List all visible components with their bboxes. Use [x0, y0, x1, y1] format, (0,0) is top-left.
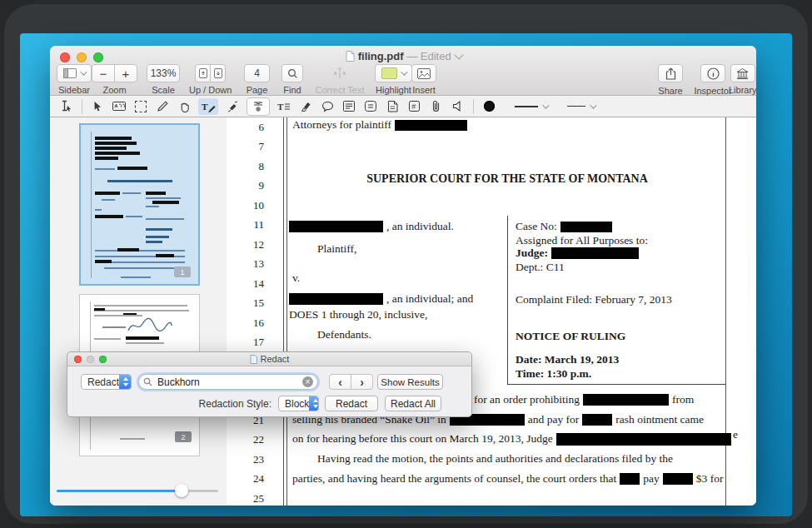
edit-text-tool[interactable]: T — [276, 98, 291, 115]
correct-text-group: Correct Text — [315, 64, 365, 95]
insert-group: Insert — [411, 64, 436, 95]
filename: filing.pdf — [358, 50, 404, 62]
highlight-button[interactable] — [375, 64, 412, 82]
doc-ruling-time: Time: 1:30 p.m. — [516, 367, 591, 381]
updown-label: Up / Down — [189, 85, 232, 95]
window-chrome: filing.pdf — Edited Sidebar − + Zoom — [50, 46, 756, 96]
color-well[interactable] — [481, 98, 496, 115]
doc-line-20: for an order prohibitingfrom — [474, 393, 694, 406]
pen-tool[interactable] — [155, 98, 170, 115]
doc-dept: Dept.: C11 — [516, 261, 565, 274]
line-number: 17 — [239, 336, 264, 349]
svg-text:T: T — [277, 102, 284, 112]
zoom-in-button[interactable]: + — [114, 64, 137, 82]
black-color-swatch — [484, 101, 495, 112]
share-group: Share — [658, 64, 683, 96]
search-icon — [287, 68, 298, 79]
redaction-bar — [289, 221, 383, 232]
scale-value-button[interactable]: 133% — [147, 64, 180, 82]
caption-box-bottom — [507, 384, 725, 385]
line-number: 6 — [239, 121, 264, 134]
stepper-icon — [309, 396, 318, 411]
find-button[interactable] — [281, 64, 303, 82]
search-input[interactable] — [156, 376, 302, 389]
redaction-style-dropdown[interactable]: Block — [278, 396, 319, 411]
page-up-button[interactable] — [195, 64, 211, 82]
stamp-tool[interactable] — [385, 98, 400, 115]
text-select-tool[interactable] — [58, 98, 73, 115]
thumbnail-zoom-slider[interactable] — [57, 484, 218, 497]
slider-fill — [57, 490, 182, 492]
redact-button[interactable]: Redact — [325, 396, 378, 411]
numbering-tool[interactable]: # — [406, 98, 421, 115]
title-chevron-icon[interactable] — [455, 50, 464, 59]
doc-party1: , an individual. — [289, 220, 454, 233]
page-thumbnail-1[interactable]: 1 — [79, 123, 200, 286]
redaction-bar — [620, 473, 640, 485]
redact-all-button[interactable]: Redact All — [385, 396, 441, 411]
page-number-field[interactable]: 4 — [244, 64, 270, 82]
strikeout-marker-tool[interactable] — [225, 98, 240, 115]
marquee-select-tool[interactable] — [133, 98, 148, 115]
redaction-mode-tool[interactable] — [247, 97, 270, 116]
hand-tool[interactable] — [177, 98, 192, 115]
previous-result-button[interactable]: ‹ — [329, 374, 351, 390]
line-number: 16 — [239, 316, 264, 330]
line-width-dropdown[interactable] — [567, 98, 595, 115]
line-sample — [515, 106, 538, 107]
share-button[interactable] — [658, 64, 683, 82]
redact-search-field[interactable]: × — [138, 374, 318, 390]
insert-button[interactable] — [411, 64, 436, 82]
redaction-style-value: Block — [279, 398, 309, 410]
attachment-tool[interactable] — [428, 98, 443, 115]
text-box-tool[interactable] — [363, 98, 378, 115]
library-icon-button[interactable] — [730, 64, 755, 82]
pointer-tool[interactable] — [90, 98, 105, 115]
scale-group: 133% Scale — [147, 64, 180, 95]
highlighter-tool[interactable] — [298, 98, 313, 115]
doc-line-22: on for hearing before this court on Marc… — [292, 432, 731, 446]
redact-mode-dropdown[interactable]: Redact — [81, 374, 132, 390]
find-nav-buttons: ‹ › — [329, 374, 373, 390]
next-result-button[interactable]: › — [351, 374, 373, 390]
thumbnail-sidebar: 1 2 — [50, 117, 227, 506]
redaction-bar — [663, 473, 693, 485]
content-area: 1 2 — [50, 117, 756, 506]
chevron-down-icon — [80, 68, 87, 75]
comment-tool[interactable] — [320, 98, 335, 115]
redaction-bar — [395, 120, 467, 131]
sidebar-toggle-button[interactable] — [57, 64, 92, 82]
pleading-rule-left-1 — [283, 117, 284, 506]
slider-knob[interactable] — [175, 484, 188, 497]
sound-tool[interactable] — [450, 98, 465, 115]
svg-text:#: # — [411, 102, 416, 111]
line-number: 8 — [239, 160, 264, 173]
ocr-text-tool[interactable] — [112, 98, 127, 115]
page-down-button[interactable] — [210, 64, 226, 82]
dialog-document-icon — [250, 355, 257, 366]
clear-search-icon[interactable]: × — [302, 376, 313, 387]
line-number: 24 — [239, 472, 264, 486]
share-icon — [665, 67, 676, 80]
library-label: Library — [729, 85, 757, 95]
doc-versus: v. — [292, 271, 300, 285]
window-title: filing.pdf — Edited — [50, 50, 756, 64]
zoom-out-button[interactable]: − — [92, 64, 115, 82]
redact-dialog-title: Redact — [67, 354, 471, 366]
note-lines-tool[interactable] — [341, 98, 356, 115]
find-group: Find — [281, 64, 303, 95]
document-page[interactable]: 678910111213141516171819202122232425 Att… — [227, 117, 756, 506]
show-results-button[interactable]: Show Results — [377, 374, 443, 390]
stroke-style-dropdown[interactable] — [515, 98, 547, 115]
stepper-icon — [119, 375, 131, 389]
pdf-app-window: filing.pdf — Edited Sidebar − + Zoom — [50, 46, 756, 506]
thin-line-sample — [567, 106, 585, 107]
highlight-group: Highlight — [375, 64, 412, 95]
chevron-down-icon — [542, 102, 549, 108]
inspector-button[interactable] — [700, 64, 725, 82]
edited-status: — Edited — [406, 50, 451, 62]
doc-does: DOES 1 through 20, inclusive, — [289, 308, 428, 321]
redact-text-tool-selected[interactable]: T — [198, 98, 218, 115]
scale-label: Scale — [147, 85, 180, 95]
updown-group: Up / Down — [189, 64, 232, 95]
